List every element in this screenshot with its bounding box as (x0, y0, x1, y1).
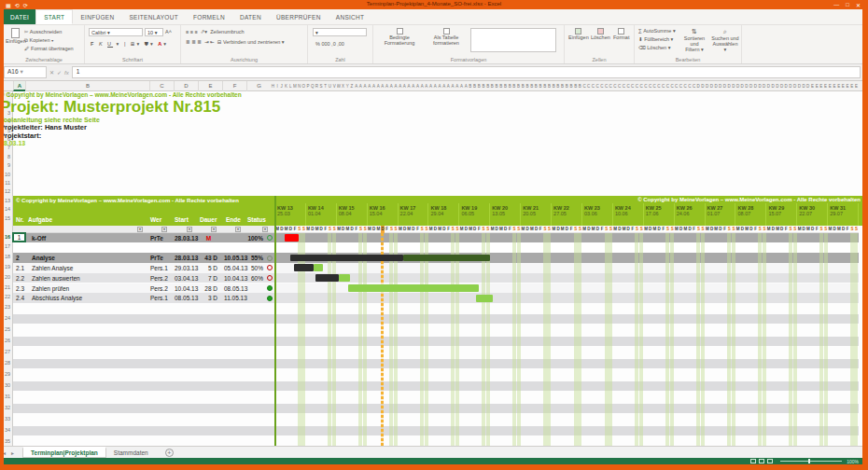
view-normal-icon[interactable] (750, 459, 756, 463)
week-kw-label: KW 19 (459, 203, 489, 211)
column-header-E[interactable]: E (198, 81, 222, 91)
week-start-date: 20.05 (521, 211, 551, 216)
tab-überprüfen[interactable]: ÜBERPRÜFEN (269, 9, 329, 24)
sheet-nav-right-icon[interactable]: ▸ (8, 449, 17, 456)
fill-button[interactable]: ⬇ Füllbereich ▾ (638, 36, 673, 42)
task-status: 100% (241, 235, 263, 242)
week-header: KW 1722.04 (399, 203, 429, 226)
tab-start[interactable]: START (35, 9, 73, 24)
week-start-date: 01.07 (706, 211, 735, 216)
number-format-select[interactable]: ▾ (313, 28, 367, 36)
gantt-bar[interactable] (348, 284, 479, 292)
grow-font-icon[interactable]: A˄ (165, 29, 172, 35)
gantt-bar[interactable] (314, 264, 323, 271)
cell-styles-gallery[interactable] (470, 28, 556, 52)
project-start-date: 28.03.13 (0, 140, 868, 146)
chart-left-boundary (274, 196, 276, 446)
table-header-Aufgabe: Aufgabe (28, 216, 52, 223)
align-bottom-buttons[interactable]: ≣ ≣ ≣ ⇥ ⇤ ⊟ Verbinden und zentrieren ▾ (186, 39, 285, 45)
tab-einfügen[interactable]: EINFÜGEN (73, 9, 121, 24)
copy-button[interactable]: ⧉ Kopieren ▾ (24, 37, 53, 44)
gantt-bar[interactable] (403, 255, 490, 262)
save-icon[interactable]: ▦ (6, 2, 11, 8)
view-layout-icon[interactable] (759, 459, 764, 463)
column-header-C[interactable]: C (149, 81, 174, 91)
font-style-buttons[interactable]: F K U ▾ | ⊞▾ ⛊▾ A▾ (91, 41, 168, 48)
column-header-F[interactable]: F (222, 81, 246, 91)
window-control-close[interactable]: ✕ (856, 2, 861, 8)
status-bar: 100% (0, 458, 868, 464)
filter-dropdown-icon[interactable]: ▾ (161, 227, 167, 232)
sort-filter-button[interactable]: ⇅ Sortieren undFiltern ▾ (679, 28, 709, 52)
weekend-stripe (363, 233, 367, 447)
tab-ansicht[interactable]: ANSICHT (329, 9, 372, 24)
format-cells-button[interactable]: Format (613, 28, 629, 40)
weekend-stripe (482, 233, 485, 447)
sheet-tab-terminplan[interactable]: Terminplan|Projektplan (22, 447, 106, 458)
gantt-bar[interactable] (339, 274, 351, 282)
paste-button[interactable]: Einfügen (6, 28, 26, 44)
tab-seitenlayout[interactable]: SEITENLAYOUT (121, 9, 186, 24)
conditional-formatting-button[interactable]: Bedingte Formatierung (379, 28, 420, 46)
font-size-select[interactable]: 10 ▾ (145, 28, 163, 36)
weekend-stripe (547, 233, 551, 447)
new-sheet-button[interactable]: + (165, 449, 174, 457)
cut-button[interactable]: ✂ Ausschneiden (24, 29, 62, 35)
insert-cells-button[interactable]: Einfügen (568, 28, 589, 40)
task-name: Zahlen prüfen (32, 285, 69, 292)
column-header-narrow[interactable]: E (854, 81, 859, 91)
tab-datei[interactable]: DATEI (4, 9, 35, 24)
clear-button[interactable]: ⌫ Löschen ▾ (638, 45, 670, 50)
autosum-button[interactable]: ∑ AutoSumme ▾ (638, 28, 676, 34)
format-as-table-button[interactable]: Als Tabelle formatieren (426, 28, 467, 46)
find-select-button[interactable]: ⌕ Suchen undAuswählen ▾ (711, 28, 739, 52)
column-header-G[interactable]: G (246, 81, 271, 91)
zoom-level[interactable]: 100% (847, 459, 859, 464)
fx-icon[interactable]: fx (64, 70, 69, 76)
zoom-slider[interactable] (780, 461, 842, 462)
cancel-icon[interactable]: ✕ (49, 69, 54, 76)
sheet-tab-stammdaten[interactable]: Stammdaten (106, 447, 156, 458)
window-control-maximize[interactable]: □ (846, 2, 849, 7)
gantt-bar[interactable] (285, 234, 299, 242)
align-top-buttons[interactable]: ≡ ≡ ≡ ⇗▾ Zeilenumbruch (186, 29, 245, 35)
gantt-bar[interactable] (315, 274, 339, 282)
formula-input[interactable]: 1 (72, 66, 861, 78)
task-wer: PrTe (150, 235, 163, 242)
group-styles: Bedingte Formatierung Als Tabelle format… (373, 25, 565, 63)
grid-body[interactable]: © Copyright by MeineVorlagen – www.Meine… (0, 91, 868, 446)
copyright-band-right: © Copyright by MeineVorlagen – www.Meine… (637, 197, 861, 202)
filter-dropdown-icon[interactable]: ▾ (235, 227, 241, 232)
gantt-bar[interactable] (290, 255, 403, 262)
enter-icon[interactable]: ✓ (57, 69, 62, 76)
tab-formeln[interactable]: FORMELN (186, 9, 232, 24)
redo-icon[interactable]: ⟳ (23, 2, 28, 8)
column-header-A[interactable]: A (13, 81, 25, 91)
selected-cell[interactable]: 1 (12, 232, 26, 243)
delete-cells-button[interactable]: Löschen (591, 28, 610, 40)
filter-dropdown-icon[interactable]: ▾ (262, 227, 268, 232)
filter-dropdown-icon[interactable]: ▾ (137, 227, 143, 232)
quick-access-toolbar[interactable]: ▦⟲⟳ (6, 0, 28, 9)
view-pagebreak-icon[interactable] (767, 459, 773, 463)
gantt-bar[interactable] (294, 264, 314, 271)
font-name-select[interactable]: Calibri ▾ (89, 28, 143, 36)
project-title: Projekt: Musterprojekt Nr.815 (0, 98, 868, 117)
window-controls[interactable]: —□✕ (833, 0, 861, 9)
format-painter-button[interactable]: 🖉 Format übertragen (24, 46, 74, 51)
filter-dropdown-icon[interactable]: ▾ (187, 227, 192, 232)
weekend-stripe (486, 233, 490, 447)
column-header-B[interactable]: B (25, 81, 149, 91)
tab-daten[interactable]: DATEN (232, 9, 269, 24)
sheet-grid[interactable]: 1234567891011121314151617181920212223242… (0, 81, 868, 446)
zoom-slider-thumb[interactable] (808, 459, 810, 463)
gantt-bar[interactable] (476, 295, 493, 302)
name-box[interactable]: A16 ▾ (4, 66, 47, 78)
number-buttons[interactable]: % 000 ,0 ,00 (315, 41, 344, 47)
window-control-minimize[interactable]: — (833, 2, 839, 7)
column-header-D[interactable]: D (174, 81, 198, 91)
weekend-stripe (420, 233, 424, 447)
filter-dropdown-icon[interactable]: ▾ (211, 227, 217, 232)
undo-icon[interactable]: ⟲ (15, 2, 20, 8)
column-headers[interactable]: ABCDEFGHIJKLMNOPQRSTUVWXYZAAAAAAAAAAAAAA… (0, 81, 868, 91)
